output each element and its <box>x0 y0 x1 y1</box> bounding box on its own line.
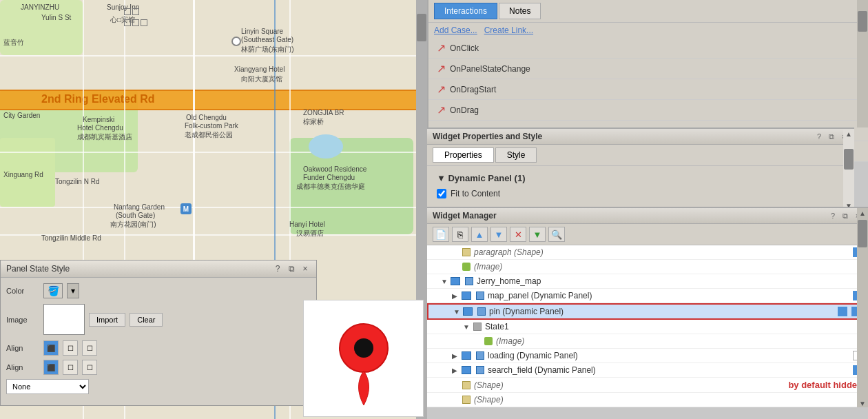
tree-label-image2: (Image) <box>496 336 862 346</box>
repeat-dropdown[interactable]: None <box>6 379 89 394</box>
tab-interactions[interactable]: Interactions <box>434 3 497 19</box>
panel-state-style-window: Panel State Style ? ⧉ × Color 🪣 ▾ Image … <box>0 260 317 406</box>
collapse-arrow-map-panel[interactable]: ▶ <box>452 292 459 300</box>
tree-label-jerry: Jerry_home_map <box>477 276 862 286</box>
collapse-arrow-loading[interactable]: ▶ <box>452 352 459 360</box>
tree-label-shape-hidden: (Shape) <box>474 380 780 390</box>
create-link-link[interactable]: Create Link... <box>484 25 533 35</box>
event-onpanelstatechange[interactable]: ↗ OnPanelStateChange <box>428 59 868 79</box>
wm-down-btn[interactable]: ▼ <box>490 227 507 242</box>
align-center-button[interactable]: ☐ <box>63 340 78 356</box>
wm-help-icon[interactable]: ? <box>828 212 838 221</box>
fit-to-content-checkbox[interactable] <box>437 189 446 198</box>
color-label: Color <box>6 287 39 295</box>
buildings-row2 <box>124 19 147 26</box>
wp-help-icon[interactable]: ? <box>814 132 824 141</box>
valign-bot-icon: ☐ <box>87 364 93 371</box>
image-icon <box>462 262 471 272</box>
valign-top-icon: ⬛ <box>47 364 55 371</box>
tree-label-pin: pin (Dynamic Panel) <box>489 307 835 316</box>
v-align-label: Align <box>6 363 39 371</box>
svg-point-1 <box>354 338 373 358</box>
widget-manager-toolbar: 📄 ⎘ ▲ ▼ ✕ ▼ 🔍 <box>427 224 868 245</box>
valign-mid-button[interactable]: ☐ <box>63 360 78 375</box>
event-ondragstart[interactable]: ↗ OnDragStart <box>428 79 868 100</box>
pin-visibility[interactable] <box>838 307 847 316</box>
panel-icon-pin2 <box>477 307 486 316</box>
panel-icon-search <box>462 365 471 375</box>
tab-properties[interactable]: Properties <box>433 147 494 163</box>
event-ondrag[interactable]: ↗ OnDrag <box>428 100 868 121</box>
wm-restore-icon[interactable]: ⧉ <box>840 212 850 221</box>
tree-item-pin[interactable]: ▼ pin (Dynamic Panel) <box>427 303 868 320</box>
tree-item-state1[interactable]: ▼ State1 <box>427 320 868 334</box>
tree-item-shape2[interactable]: (Shape) <box>427 393 868 407</box>
image-label: Image <box>6 316 39 324</box>
shape-icon-2 <box>462 380 471 390</box>
add-case-link[interactable]: Add Case... <box>434 25 477 35</box>
widget-manager-header: Widget Manager ? ⧉ × <box>427 208 868 224</box>
import-button[interactable]: Import <box>89 313 125 327</box>
tree-label-search-field: search_field (Dynamic Panel) <box>488 365 850 375</box>
tree-item-shape-hidden[interactable]: (Shape) by default hidden <box>427 378 868 393</box>
wm-scroll-up[interactable]: ▲ <box>859 210 866 217</box>
shape-icon <box>462 247 471 257</box>
valign-top-button[interactable]: ⬛ <box>43 360 59 375</box>
wp-restore-icon[interactable]: ⧉ <box>827 132 836 141</box>
event-onclick[interactable]: ↗ OnClick <box>428 38 868 59</box>
pin-preview-area <box>303 300 424 417</box>
section-collapse-arrow[interactable]: ▼ <box>437 173 448 183</box>
event-onclick-label: OnClick <box>450 43 479 53</box>
collapse-arrow-pin[interactable]: ▼ <box>453 308 460 316</box>
event-ondrag-label: OnDrag <box>450 105 479 115</box>
panel-icon-loading <box>462 351 471 360</box>
wm-filter-btn[interactable]: ▼ <box>529 227 546 242</box>
align-right-button[interactable]: ☐ <box>82 340 97 356</box>
scroll-up-icon[interactable]: ▲ <box>845 130 852 138</box>
color-dropdown-arrow[interactable]: ▾ <box>67 283 79 298</box>
valign-bot-button[interactable]: ☐ <box>82 360 97 375</box>
wm-copy-btn[interactable]: ⎘ <box>452 227 468 242</box>
clear-button[interactable]: Clear <box>130 313 163 327</box>
wm-new-page-btn[interactable]: 📄 <box>433 227 449 242</box>
panel-state-style-titlebar: Panel State Style ? ⧉ × <box>1 260 316 278</box>
color-picker-button[interactable]: 🪣 <box>43 283 63 298</box>
panel-help-icon[interactable]: ? <box>272 263 283 274</box>
widget-manager-panel: Widget Manager ? ⧉ × 📄 ⎘ ▲ ▼ ✕ ▼ 🔍 parag… <box>427 207 868 407</box>
metro-icon: M <box>180 203 192 214</box>
interactions-scrollbar[interactable] <box>857 0 868 127</box>
tree-item-image1[interactable]: (Image) <box>427 260 868 274</box>
tree-item-paragraph[interactable]: paragraph (Shape) <box>427 245 868 260</box>
wm-up-btn[interactable]: ▲ <box>471 227 488 242</box>
tree-label-paragraph: paragraph (Shape) <box>474 247 850 257</box>
tree-item-loading[interactable]: ▶ loading (Dynamic Panel) <box>427 349 868 363</box>
collapse-arrow-jerry[interactable]: ▼ <box>441 278 448 285</box>
circle-icon-1 <box>231 37 241 46</box>
widget-tree: paragraph (Shape) (Image) ▼ Jerry_home_m… <box>427 245 868 407</box>
wm-delete-btn[interactable]: ✕ <box>510 227 526 242</box>
wm-scroll-down[interactable]: ▼ <box>859 400 866 407</box>
wm-scrollbar[interactable]: ▲ ▼ <box>857 208 868 407</box>
tree-item-jerry-home-map[interactable]: ▼ Jerry_home_map <box>427 274 868 289</box>
tree-label-map-panel: map_panel (Dynamic Panel) <box>488 291 850 300</box>
tree-label-shape2: (Shape) <box>474 395 862 405</box>
widget-props-scrollbar[interactable]: ▲ ▼ <box>843 129 854 210</box>
tree-item-map-panel[interactable]: ▶ map_panel (Dynamic Panel) <box>427 289 868 303</box>
tree-item-search-field[interactable]: ▶ search_field (Dynamic Panel) <box>427 363 868 378</box>
collapse-arrow-search[interactable]: ▶ <box>452 367 459 374</box>
panel-icon-1 <box>451 276 460 286</box>
panel-icon-search2 <box>475 365 485 375</box>
tree-label-state1: State1 <box>485 322 862 331</box>
hidden-label: by default hidden <box>788 380 862 390</box>
align-left-icon: ⬛ <box>47 345 55 352</box>
align-left-button[interactable]: ⬛ <box>43 340 59 356</box>
tab-style[interactable]: Style <box>495 147 537 163</box>
h-align-label: Align <box>6 344 39 352</box>
tab-notes[interactable]: Notes <box>499 3 541 19</box>
tree-item-image2[interactable]: (Image) <box>427 334 868 349</box>
wm-search-btn[interactable]: 🔍 <box>548 227 565 242</box>
panel-restore-icon[interactable]: ⧉ <box>286 263 297 274</box>
panel-close-icon[interactable]: × <box>300 263 311 274</box>
tree-label-loading: loading (Dynamic Panel) <box>488 351 850 360</box>
collapse-arrow-state1[interactable]: ▼ <box>463 323 470 331</box>
